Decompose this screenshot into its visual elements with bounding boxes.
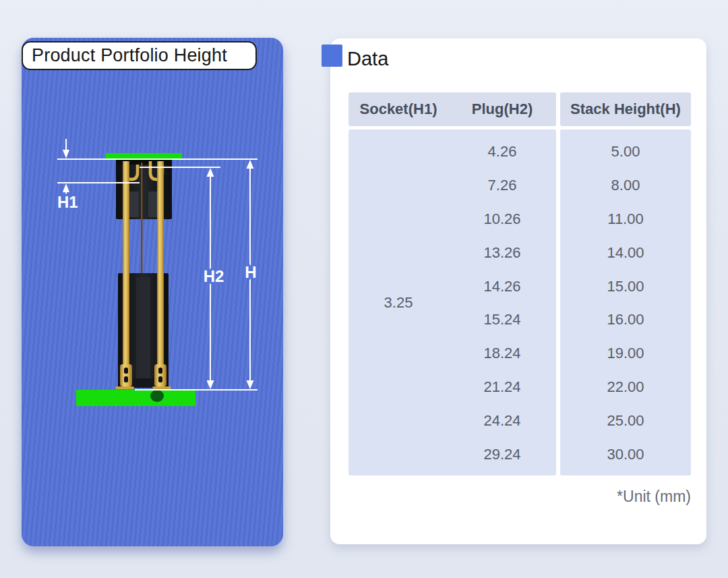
table-row: 8.00 [560, 169, 691, 202]
h1-dimension-label: H1 [57, 193, 78, 211]
stack-value: 14.00 [607, 244, 644, 262]
plug-value: 15.24 [448, 311, 556, 328]
plug-value: 21.24 [448, 378, 556, 396]
table-row: 11.00 [560, 202, 691, 236]
plug-value: 18.24 [448, 345, 556, 362]
table-row: 15.00 [560, 270, 691, 304]
stack-value: 25.00 [607, 412, 644, 430]
bottom-pcb [76, 390, 195, 406]
connector-stack-diagram: H1 H2 H [22, 38, 283, 546]
table-block-socket-plug: Socket(H1) Plug(H2) 3.25 4.26 7.26 10.26… [348, 92, 556, 475]
table-row: 14.00 [560, 236, 691, 270]
column-header-socket: Socket(H1) [348, 100, 448, 118]
table-row: 25.00 [560, 404, 691, 438]
table-row: 30.00 [560, 438, 691, 471]
data-square-icon [322, 45, 342, 67]
panel-title: Product Portfolio Height [32, 45, 227, 66]
column-header-stack-height: Stack Height(H) [570, 100, 681, 118]
table-block-stack-height: Stack Height(H) 5.00 8.00 11.00 14.00 15… [560, 92, 691, 475]
stack-value: 16.00 [607, 311, 644, 328]
table-row: 16.00 [560, 304, 691, 337]
table-row: 19.00 [560, 337, 691, 370]
plug-value: 13.26 [448, 244, 556, 262]
stack-value: 19.00 [607, 345, 644, 362]
plug-value: 4.26 [448, 143, 556, 161]
stack-value: 11.00 [607, 210, 643, 228]
panel-title-pill: Product Portfolio Height [22, 41, 257, 70]
table-row: 22.00 [560, 370, 691, 404]
column-header-plug: Plug(H2) [448, 100, 556, 118]
table-body-left: 3.25 4.26 7.26 10.26 13.26 14.26 15.24 1… [348, 129, 556, 475]
table-header-left: Socket(H1) Plug(H2) [348, 92, 556, 126]
stack-value: 15.00 [607, 278, 644, 295]
h-dimension-label: H [245, 263, 256, 281]
h2-dimension-label: H2 [204, 267, 224, 285]
spec-table: Socket(H1) Plug(H2) 3.25 4.26 7.26 10.26… [348, 92, 691, 475]
socket-merged-cell: 3.25 [348, 129, 448, 475]
table-body-right: 5.00 8.00 11.00 14.00 15.00 16.00 19.00 … [560, 129, 691, 475]
plug-value: 24.24 [448, 412, 556, 430]
plug-value: 14.26 [448, 278, 556, 295]
stack-value: 5.00 [611, 143, 640, 161]
stack-value: 30.00 [607, 446, 644, 463]
plug-value: 29.24 [448, 446, 556, 463]
table-row: 5.00 [560, 135, 691, 169]
page: { "portfolio_panel": { "title": "Product… [0, 0, 728, 578]
table-header-right: Stack Height(H) [560, 92, 691, 126]
stack-value: 22.00 [607, 378, 644, 396]
plug-value: 10.26 [448, 210, 556, 228]
stack-value: 8.00 [611, 177, 640, 194]
plug-value: 7.26 [448, 177, 556, 194]
data-card: Data Socket(H1) Plug(H2) 3.25 4.26 7.26 … [330, 38, 706, 544]
data-card-title: Data [347, 48, 388, 70]
unit-footnote: *Unit (mm) [617, 488, 691, 506]
portfolio-panel: H1 H2 H Product Portfolio Height [22, 38, 283, 546]
